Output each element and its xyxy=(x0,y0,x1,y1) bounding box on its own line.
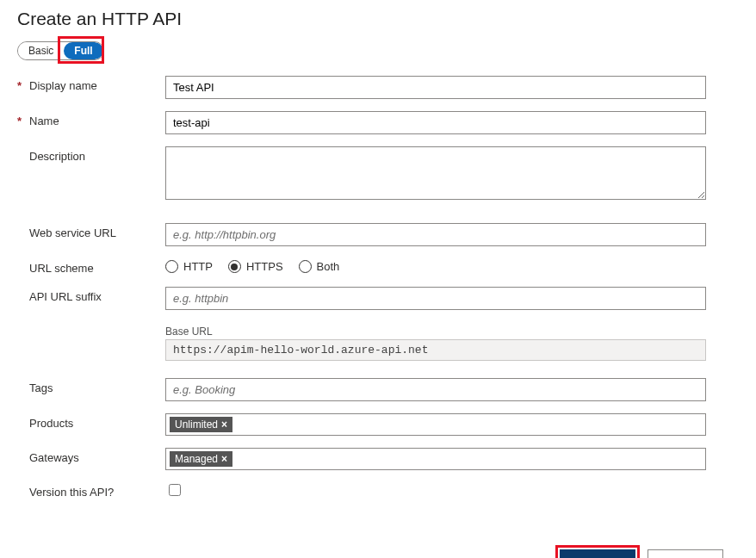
page-title: Create an HTTP API xyxy=(17,9,739,29)
display-name-input[interactable] xyxy=(165,76,706,99)
description-input[interactable] xyxy=(165,146,706,200)
label-display-name: Display name xyxy=(29,79,97,92)
radio-both-label: Both xyxy=(317,260,340,273)
label-gateways: Gateways xyxy=(29,451,79,464)
label-api-url-suffix: API URL suffix xyxy=(29,290,102,303)
label-description: Description xyxy=(29,150,85,163)
gateway-chip-managed: Managed × xyxy=(170,451,232,467)
radio-https-label: HTTPS xyxy=(246,260,283,273)
toggle-basic[interactable]: Basic xyxy=(18,42,64,59)
label-url-scheme: URL scheme xyxy=(29,262,94,275)
label-base-url: Base URL xyxy=(165,326,706,338)
radio-http[interactable]: HTTP xyxy=(165,260,213,273)
product-chip-unlimited: Unlimited × xyxy=(170,417,232,432)
products-input[interactable]: Unlimited × xyxy=(165,413,706,436)
radio-http-label: HTTP xyxy=(183,260,213,273)
close-icon[interactable]: × xyxy=(221,418,227,431)
close-icon[interactable]: × xyxy=(221,453,227,465)
chip-label: Unlimited xyxy=(175,418,218,431)
base-url-display: https://apim-hello-world.azure-api.net xyxy=(165,339,706,361)
radio-both[interactable]: Both xyxy=(299,260,340,273)
create-button[interactable]: Create xyxy=(560,549,635,558)
label-name: Name xyxy=(29,115,59,127)
api-url-suffix-input[interactable] xyxy=(165,287,706,310)
label-tags: Tags xyxy=(29,381,53,394)
label-web-service-url: Web service URL xyxy=(29,226,116,239)
radio-icon xyxy=(228,260,241,273)
name-input[interactable] xyxy=(165,111,706,134)
url-scheme-group: HTTP HTTPS Both xyxy=(165,258,706,273)
tags-input[interactable] xyxy=(165,378,706,401)
label-version: Version this API? xyxy=(29,486,114,499)
chip-label: Managed xyxy=(175,453,218,465)
toggle-full[interactable]: Full xyxy=(64,42,102,59)
web-service-url-input[interactable] xyxy=(165,223,706,246)
radio-icon xyxy=(165,260,178,273)
version-checkbox[interactable] xyxy=(169,484,181,496)
radio-https[interactable]: HTTPS xyxy=(228,260,283,273)
gateways-input[interactable]: Managed × xyxy=(165,448,706,470)
cancel-button[interactable]: Cancel xyxy=(648,549,723,558)
label-products: Products xyxy=(29,417,73,430)
radio-icon xyxy=(299,260,312,273)
view-toggle: Basic Full xyxy=(17,41,104,60)
